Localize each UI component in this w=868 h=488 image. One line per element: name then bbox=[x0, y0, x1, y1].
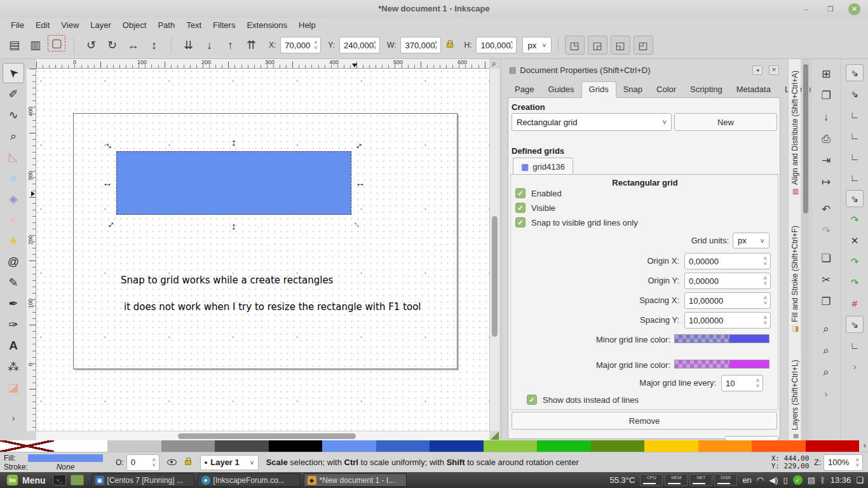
node-editor-tool[interactable]: ✐ bbox=[3, 84, 24, 104]
menu-item[interactable]: Layer bbox=[85, 19, 117, 31]
pencil-tool[interactable]: ✎ bbox=[3, 273, 24, 293]
clock[interactable]: 13:36 bbox=[831, 475, 851, 485]
ellipse-tool[interactable]: ● bbox=[3, 210, 24, 230]
y-field[interactable]: 240,000 bbox=[339, 37, 380, 53]
stroke-value[interactable]: None bbox=[28, 463, 103, 471]
star-tool[interactable]: ★ bbox=[3, 231, 24, 251]
layer-visibility-eye-icon[interactable] bbox=[167, 459, 177, 465]
menu-item[interactable]: Text bbox=[180, 19, 207, 31]
checkbox-checked-icon[interactable]: ✓ bbox=[527, 395, 537, 405]
snap-paths-icon[interactable]: ↷ bbox=[846, 211, 864, 228]
palette-swatch[interactable] bbox=[107, 440, 161, 452]
menu-item[interactable]: Extensions bbox=[241, 19, 293, 31]
deselect-icon[interactable]: ▢ bbox=[48, 35, 65, 51]
snap-smooth-nodes-icon[interactable]: ↷ bbox=[846, 274, 864, 291]
palette-swatch[interactable] bbox=[215, 440, 269, 452]
units-dropdown[interactable]: px˅ bbox=[522, 37, 551, 53]
panel-tab-align-distribute[interactable]: ▥ Align and Distribute (Shift+Ctrl+A) bbox=[789, 65, 801, 196]
flip-horizontal-icon[interactable]: ↔ bbox=[123, 35, 144, 55]
palette-scroll-arrow[interactable]: ‹ bbox=[864, 441, 866, 450]
menu-item[interactable]: Object bbox=[117, 19, 153, 31]
fill-color-swatch[interactable] bbox=[28, 454, 103, 462]
spinner-arrows[interactable] bbox=[754, 376, 761, 390]
resize-handle-e[interactable]: ↔ bbox=[355, 178, 365, 188]
snap-bbox-corners-icon[interactable]: ∟ bbox=[846, 127, 864, 144]
palette-swatch[interactable] bbox=[54, 440, 108, 452]
scale-stroke-toggle-icon[interactable]: ◳ bbox=[565, 36, 585, 55]
palette-swatch[interactable] bbox=[322, 440, 376, 452]
taskbar-window-browser[interactable]: ● [InkscapeForum.co... bbox=[198, 473, 301, 487]
properties-tab[interactable]: Page bbox=[508, 82, 541, 97]
dock-scrollbar[interactable] bbox=[802, 59, 810, 440]
snap-enable-icon[interactable]: ⇘ bbox=[846, 64, 864, 81]
snap-midpoints-icon[interactable]: # bbox=[846, 295, 864, 312]
system-monitor-applet[interactable]: MEM bbox=[665, 474, 688, 486]
grid4136-tab[interactable]: ▦ grid4136 bbox=[513, 158, 573, 175]
origin-x-field[interactable]: 0,00000 bbox=[684, 253, 771, 269]
properties-tab[interactable]: Color bbox=[649, 82, 683, 97]
window-list-icon[interactable]: ❏ bbox=[856, 475, 864, 485]
x-field[interactable]: 70,000 bbox=[280, 37, 321, 53]
spinner-arrows[interactable] bbox=[432, 38, 439, 52]
zoom-page-icon[interactable]: ⌕ bbox=[817, 363, 836, 381]
ram-applet-icon[interactable]: ▤ bbox=[808, 475, 815, 485]
text-tool[interactable]: A bbox=[3, 336, 24, 356]
snap-path-intersections-icon[interactable]: ✕ bbox=[846, 232, 864, 249]
keyboard-layout-indicator[interactable]: en bbox=[742, 475, 751, 485]
new-document-icon[interactable]: ⊞ bbox=[817, 65, 836, 83]
panel-close-button[interactable]: ✕ bbox=[769, 65, 779, 75]
spinner-arrows[interactable] bbox=[762, 294, 769, 308]
volume-icon[interactable]: ◀) bbox=[769, 475, 778, 485]
panel-tab-layers[interactable]: ≣ Layers (Shift+Ctrl+L) bbox=[789, 337, 801, 439]
palette-swatch[interactable] bbox=[537, 440, 591, 452]
wifi-icon[interactable]: ◠ bbox=[757, 475, 764, 485]
spacing-x-field[interactable]: 10,00000 bbox=[684, 292, 771, 309]
pen-tool[interactable]: ✒ bbox=[3, 294, 24, 314]
horizontal-ruler[interactable]: 0100200300400500600 bbox=[36, 59, 489, 69]
palette-swatch[interactable] bbox=[161, 440, 215, 452]
canvas-text-line1[interactable]: Snap to grid works while a create rectan… bbox=[121, 274, 333, 286]
layer-lock-icon[interactable] bbox=[185, 460, 191, 465]
panel-dock-button[interactable]: ◂ bbox=[752, 65, 763, 75]
properties-tab[interactable]: Snap bbox=[616, 82, 649, 97]
spray-tool[interactable]: ⁂ bbox=[3, 356, 24, 377]
spinner-arrows[interactable] bbox=[508, 38, 515, 52]
lower-to-bottom-icon[interactable]: ⇊ bbox=[178, 35, 199, 55]
palette-swatch[interactable] bbox=[752, 440, 806, 452]
rotate-ccw-icon[interactable]: ↺ bbox=[81, 35, 102, 55]
palette-swatch[interactable] bbox=[591, 440, 645, 452]
remove-grid-button[interactable]: Remove bbox=[512, 412, 777, 430]
flip-vertical-icon[interactable]: ↕ bbox=[144, 35, 165, 55]
checkbox-checked-icon[interactable]: ✓ bbox=[515, 188, 526, 198]
select-all-layers-icon[interactable]: ▥ bbox=[25, 35, 46, 55]
rectangle-tool[interactable]: ■ bbox=[3, 168, 24, 188]
move-gradients-toggle-icon[interactable]: ◱ bbox=[611, 36, 630, 55]
menu-item[interactable]: Path bbox=[152, 19, 180, 31]
major-grid-color-swatch[interactable] bbox=[674, 360, 770, 369]
snap-bbox-edges-icon[interactable]: ∟ bbox=[846, 106, 864, 123]
scrollbar-thumb[interactable] bbox=[492, 216, 498, 337]
battery-icon[interactable]: ▯ bbox=[783, 475, 788, 485]
grid-type-dropdown[interactable]: Rectangular grid˅ bbox=[512, 113, 672, 131]
checkbox-checked-icon[interactable]: ✓ bbox=[515, 203, 526, 213]
import-icon[interactable]: ⇥ bbox=[817, 152, 836, 169]
terminal-launcher-icon[interactable]: >_ bbox=[53, 475, 66, 485]
save-document-icon[interactable]: ↓ bbox=[817, 109, 836, 126]
print-icon[interactable]: ⎙ bbox=[817, 130, 836, 147]
update-manager-shield-icon[interactable]: ✓ bbox=[793, 475, 803, 485]
menu-item[interactable]: Edit bbox=[30, 19, 55, 31]
bluetooth-icon[interactable]: ᛒ bbox=[820, 475, 825, 485]
system-monitor-applet[interactable]: NET bbox=[689, 474, 712, 486]
3d-box-tool[interactable]: ◈ bbox=[3, 189, 24, 209]
measure-tool[interactable]: ◺ bbox=[3, 147, 24, 167]
properties-tab[interactable]: Metadata bbox=[729, 82, 778, 97]
commandbar-expander-icon[interactable]: › bbox=[817, 385, 836, 402]
palette-swatch-none[interactable] bbox=[0, 440, 54, 452]
restore-button[interactable]: ❐ bbox=[824, 3, 837, 15]
properties-tab[interactable]: Scripting bbox=[683, 82, 729, 97]
enabled-checkbox[interactable]: ✓ Enabled bbox=[515, 188, 562, 198]
origin-y-field[interactable]: 0,00000 bbox=[684, 273, 771, 289]
snap-cusp-nodes-icon[interactable]: ↷ bbox=[846, 253, 864, 270]
menu-item[interactable]: File bbox=[5, 19, 30, 31]
eraser-tool[interactable]: ◪ bbox=[3, 377, 24, 398]
